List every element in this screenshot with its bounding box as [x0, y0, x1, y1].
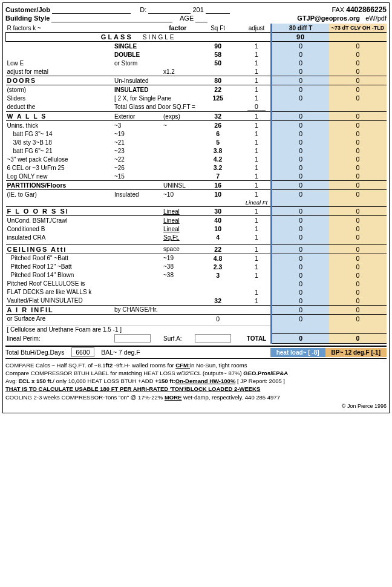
cellulose-note-row: [ Cellulose and Urethane Foam are 1.5 -1… — [6, 326, 387, 334]
glass-section-header: GLASS SINGLE 90 — [6, 33, 387, 42]
floors-conditioned-row: Conditioned B Lineal 10 1 0 0 — [6, 225, 387, 233]
walls-cellulose-row: ~3" wet pack Cellulose ~22 4.2 1 0 0 — [6, 155, 387, 163]
walls-sty-row: 3/8 sty 3~B 18 ~21 5 1 0 0 — [6, 138, 387, 146]
lineal-perim-input[interactable] — [114, 334, 151, 343]
building-style-label: Building Style — [5, 15, 50, 22]
footer-notes: COMPARE Calcs ~ Half SQ.FT. of ~8.1ft2 -… — [5, 361, 387, 410]
bp-section: BP~ 12 deg.F [-1] — [325, 348, 387, 357]
ceilings-pitched14-row: Pitched Roof 14" Blown ~38 3 1 0 0 — [6, 271, 387, 280]
ceilings-pitched12-row: Pitched Roof 12" ~Batt ~38 2.3 1 0 0 — [6, 263, 387, 271]
fax-label: FAX — [332, 6, 344, 13]
customer-job-line: Customer/Job D: 201 — [5, 6, 230, 14]
fax-section: FAX 4402866225 — [332, 5, 387, 14]
total-val: 6600 — [71, 347, 94, 357]
col-adjust-header: adjust — [243, 24, 272, 33]
footer-line3: Avg: ECL x 150 ft./ only 10,000 HEAT LOS… — [5, 377, 387, 385]
col-factor-header: factor — [162, 24, 194, 33]
lineal-ft-spacer: Lineal Ft — [6, 198, 387, 207]
year-label: 201 — [192, 6, 203, 13]
walls-log-row: Log ONLY new ~15 7 1 0 0 — [6, 172, 387, 181]
surf-a-label: Surf.A: — [162, 333, 194, 343]
glass-metal-row: adjust for metal x1.2 1 0 0 — [6, 67, 387, 76]
ceilings-section-row: CEILINGS Atti space 22 1 0 0 — [6, 244, 387, 254]
walls-label: W A L L S — [6, 112, 113, 121]
bottom-bar: Total BtuH/Deg.Days 6600 BAL~ 7 deg.F he… — [5, 346, 387, 359]
footer-line5: COOLING 2-3 weeks COMPRESSOR-Tons "on" @… — [5, 393, 387, 401]
lineal-perim-label: lineal Perim: — [6, 333, 113, 343]
fax-number: 4402866225 — [346, 5, 387, 14]
customer-job-label: Customer/Job — [5, 6, 50, 13]
bal-label: BAL~ 7 deg.F — [101, 349, 140, 356]
page-container: Customer/Job D: 201 FAX 4402866225 Build… — [2, 2, 390, 413]
lineal-perim-row: lineal Perim: Surf.A: TOTAL 0 0 — [6, 333, 387, 343]
total-v73: 0 — [329, 333, 387, 343]
floors-section-row: F L O O R S Sl Lineal 30 1 0 0 — [6, 207, 387, 216]
main-data-table: R factors k ~ factor Sq Ft adjust 80 dif… — [5, 24, 387, 344]
walls-section-row: W A L L S Exterior (exps) 32 1 0 0 — [6, 112, 387, 121]
copyright: © Jon Pierce 1996 — [5, 402, 387, 410]
footer-line1: COMPARE Calcs ~ Half SQ.FT. of ~8.1ft2 -… — [5, 361, 387, 369]
glass-single-factor: 90 — [272, 33, 329, 42]
ceilings-flat-decks-row: FLAT DECKS are like WALLS k 1 0 0 — [6, 288, 387, 297]
bp-label: BP~ — [332, 349, 344, 356]
surf-a-input[interactable] — [195, 334, 231, 343]
doors-section-row: DOORS Un-Insulated 80 1 0 0 — [6, 76, 387, 85]
glass-lowe-row: Low E or Storm 50 1 0 0 — [6, 59, 387, 67]
walls-batt3-row: batt FG 3"~ 14 ~19 6 1 0 0 — [6, 130, 387, 138]
ceilings-pitched6-row: Pitched Roof 6" ~Batt ~19 4.8 1 0 0 — [6, 254, 387, 263]
col-header-row: R factors k ~ factor Sq Ft adjust 80 dif… — [6, 24, 387, 33]
partitions-insulated-row: (IE. to Gar) Insulated ~10 10 1 0 0 — [6, 190, 387, 199]
glass-section-label: GLASS — [101, 33, 133, 41]
air-surface-row: or Surface Are 0 0 0 — [6, 314, 387, 323]
doors-insulated-row: (storm) INSULATED 22 1 0 0 — [6, 85, 387, 94]
doors-label: DOORS — [6, 76, 113, 85]
col-sqft-header: Sq Ft — [194, 24, 243, 33]
glass-double-row: DOUBLE 58 1 0 0 — [6, 50, 387, 59]
age-label: AGE — [180, 15, 194, 22]
building-style-line: Building Style AGE — [5, 15, 207, 22]
col-80-header: 80 diff T — [272, 24, 329, 33]
walls-batt6-row: batt FG 6"~ 21 ~23 3.8 1 0 0 — [6, 146, 387, 155]
partitions-section-row: PARTITIONS/Floors UNINSL 16 1 0 0 — [6, 181, 387, 190]
website: GTJP@geopros.org — [297, 15, 360, 22]
d-label: D: — [140, 6, 146, 13]
header-section: Customer/Job D: 201 FAX 4402866225 Build… — [5, 5, 387, 22]
floors-uncond-row: UnCond. BSMT./Crawl Lineal 40 1 0 0 — [6, 216, 387, 225]
walls-unins-row: Unins. thick ~3 ~ 26 1 0 0 — [6, 121, 387, 130]
deduct-text: Total Glass and Door SQ.FT = — [113, 102, 243, 112]
col-k-header — [113, 24, 162, 33]
ceilings-vaulted-row: Vaulted/Flat UNINSULATED 32 1 0 0 — [6, 297, 387, 306]
deduct-val: 0 — [247, 103, 266, 111]
insulated-label: insulated CRA — [6, 233, 163, 241]
footer-line2: Compare COMPRESSOR BTUH LABEL for matchi… — [5, 369, 387, 377]
unit: eW/pdf — [365, 15, 387, 22]
doors-deduct-row: deduct the Total Glass and Door SQ.FT = … — [6, 102, 387, 112]
heat-load-label: heat load~ — [276, 349, 307, 356]
total-btuh-label: Total BtuH/Deg.Days — [5, 349, 64, 356]
air-section-row: A I R INFIL by CHANGE/Hr. 0 0 — [6, 305, 387, 314]
glass-single-row: SINGLE 90 1 0 0 — [6, 42, 387, 51]
cellulose-note: [ Cellulose and Urethane Foam are 1.5 -1… — [6, 326, 272, 334]
floors-insulated-row: insulated CRA Sq.Ft. 4 1 0 0 — [6, 233, 387, 241]
bp-val: 12 deg.F [-1] — [345, 349, 381, 356]
heat-val: [ -8] — [308, 349, 319, 356]
heat-load-section: heat load~ [ -8] — [270, 348, 325, 357]
deduct-label: deduct the — [6, 102, 113, 112]
website-section: GTJP@geopros.org eW/pdf — [297, 15, 387, 22]
ceilings-pitched-cellulose-row: Pitched Roof CELLULOSE is 0 0 — [6, 280, 387, 288]
total-label: TOTAL — [243, 333, 272, 343]
footer-line4: THAT IS TO CALCULATE USABLE 180 FT PER A… — [5, 385, 387, 393]
col-r-factors: R factors k ~ — [6, 24, 113, 33]
walls-urfm-row: 6 CEL or ~3 UrFm 25 ~26 3.2 1 0 0 — [6, 163, 387, 172]
total-v80: 0 — [272, 333, 329, 343]
doors-sliders-row: Sliders [ 2 X, for Single Pane 125 1 0 0 — [6, 94, 387, 102]
lineal-ft-label: Lineal Ft — [243, 198, 272, 207]
col-73-header: ~73 dT CLV OH -TLD — [329, 24, 387, 33]
